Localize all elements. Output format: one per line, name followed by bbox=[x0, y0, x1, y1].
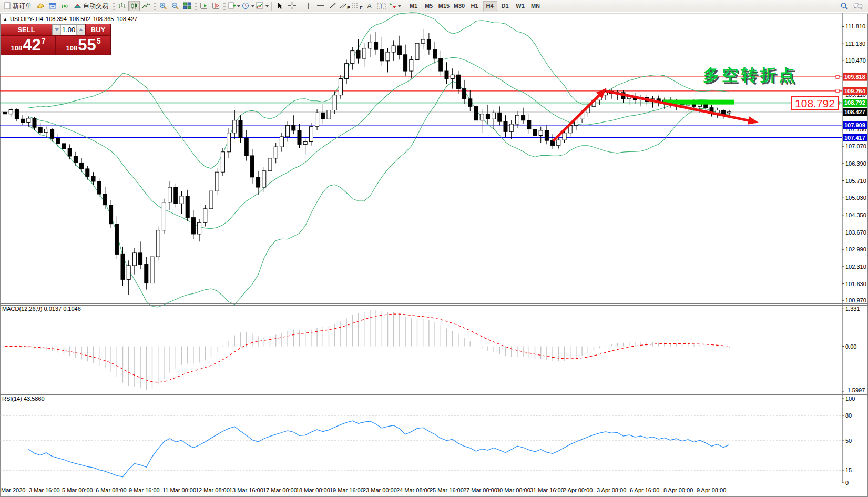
tab-timeframe-M30[interactable]: M30 bbox=[452, 1, 467, 11]
sell-button[interactable]: SELL bbox=[1, 24, 52, 35]
toolbar-separator bbox=[271, 2, 272, 11]
search-button[interactable] bbox=[839, 1, 850, 11]
new-chart-dropdown[interactable] bbox=[227, 1, 241, 11]
candle-body bbox=[244, 138, 248, 156]
candle-body bbox=[451, 75, 454, 78]
signals-button[interactable] bbox=[59, 1, 70, 11]
channel-tool-letter: E bbox=[347, 5, 350, 11]
price-badge-label: 108.427 bbox=[844, 109, 865, 115]
trendline-tool[interactable] bbox=[326, 1, 338, 11]
fibonacci-tool[interactable]: F bbox=[351, 1, 363, 11]
auto-scroll-button[interactable] bbox=[198, 1, 210, 11]
tab-timeframe-D1[interactable]: D1 bbox=[498, 1, 513, 11]
tab-timeframe-H4[interactable]: H4 bbox=[483, 1, 497, 11]
candle-body bbox=[150, 257, 154, 283]
chat-button[interactable] bbox=[852, 1, 864, 11]
indicators-dropdown[interactable] bbox=[256, 1, 269, 11]
tab-timeframe-M5[interactable]: M5 bbox=[422, 1, 436, 11]
zoom-in-icon bbox=[159, 2, 167, 10]
buy-price-pip: 5 bbox=[97, 37, 101, 45]
price-tick-label: 100.970 bbox=[845, 297, 866, 303]
trendline-icon bbox=[329, 2, 336, 9]
chart-shift-button[interactable] bbox=[210, 1, 222, 11]
zoom-in-button[interactable] bbox=[157, 1, 169, 11]
zoom-out-button[interactable] bbox=[169, 1, 181, 11]
buy-price[interactable]: 108 55 5 bbox=[56, 36, 110, 55]
candle-body bbox=[339, 78, 342, 95]
candle-body bbox=[132, 253, 136, 266]
vertical-line-tool[interactable] bbox=[302, 1, 314, 11]
shapes-dropdown[interactable] bbox=[388, 1, 402, 11]
toolbar-grip bbox=[223, 2, 226, 10]
candle-body bbox=[103, 194, 107, 205]
candle-body bbox=[327, 110, 331, 119]
time-axis-label: 9 Mar 16:00 bbox=[129, 487, 160, 493]
shapes-icon bbox=[389, 2, 396, 9]
price-tick-label: 103.670 bbox=[845, 229, 866, 236]
candle-body bbox=[563, 133, 566, 140]
time-axis-label: 2 Apr 00:00 bbox=[563, 487, 593, 493]
candle-body bbox=[62, 144, 66, 149]
sell-price[interactable]: 108 42 7 bbox=[1, 36, 55, 55]
text-tool[interactable]: A bbox=[364, 1, 375, 11]
candle-body bbox=[386, 52, 390, 61]
price-tick-label: 101.630 bbox=[845, 281, 866, 287]
tab-timeframe-M15[interactable]: M15 bbox=[437, 1, 452, 11]
new-order-button[interactable]: 新订单 bbox=[1, 1, 34, 11]
candle-body bbox=[351, 51, 354, 64]
line-chart-button[interactable] bbox=[140, 1, 152, 11]
candle-body bbox=[257, 177, 260, 187]
periods-dropdown[interactable] bbox=[241, 1, 255, 11]
tab-timeframe-W1[interactable]: W1 bbox=[513, 1, 528, 11]
candle-body bbox=[498, 113, 502, 121]
autotrading-toggle[interactable]: 自动交易 bbox=[71, 1, 111, 11]
candle-body bbox=[186, 196, 189, 218]
time-axis-label: 17 Mar 00:00 bbox=[263, 487, 297, 493]
label-tool[interactable]: T bbox=[376, 1, 387, 11]
time-axis-label: 9 Apr 08:00 bbox=[697, 487, 726, 493]
book-icon bbox=[36, 2, 45, 9]
buy-button[interactable]: BUY bbox=[86, 24, 110, 35]
price-badge-label: 108.792 bbox=[844, 99, 865, 106]
volume-decrease-button[interactable] bbox=[53, 25, 61, 35]
candle-body bbox=[209, 191, 213, 209]
candle-body bbox=[38, 127, 42, 133]
bar-chart-button[interactable] bbox=[116, 1, 128, 11]
tab-timeframe-H1[interactable]: H1 bbox=[467, 1, 482, 11]
price-tick-label: 105.710 bbox=[845, 178, 866, 184]
horizontal-line-tool[interactable] bbox=[314, 1, 326, 11]
highlight-zone[interactable] bbox=[663, 100, 734, 105]
volume-value[interactable]: 1.00 bbox=[61, 25, 76, 35]
tile-windows-button[interactable] bbox=[181, 1, 193, 11]
candle-body bbox=[309, 127, 313, 142]
candle-body bbox=[321, 113, 325, 119]
price-callout-box[interactable]: 108.792 bbox=[791, 96, 839, 110]
candle-body bbox=[557, 140, 560, 146]
time-axis-label: 12 Mar 08:00 bbox=[196, 487, 230, 493]
candle-body bbox=[410, 59, 413, 71]
rsi-indicator-label: RSI(14) 43.5860 bbox=[2, 395, 45, 402]
market-watch-button[interactable] bbox=[47, 1, 58, 11]
buy-price-big: 55 bbox=[78, 36, 96, 54]
candlestick-chart-button[interactable] bbox=[128, 1, 140, 11]
window-icon bbox=[48, 2, 57, 9]
chart-annotation-text[interactable]: 多空转折点 bbox=[703, 64, 798, 86]
candle-body bbox=[362, 48, 366, 58]
candle-body bbox=[456, 75, 460, 88]
candle-body bbox=[27, 118, 30, 123]
candle-body bbox=[262, 171, 266, 187]
candle-body bbox=[539, 130, 543, 136]
time-axis-label: 6 Apr 16:00 bbox=[630, 487, 659, 493]
crosshair-tool[interactable] bbox=[286, 1, 298, 11]
tab-timeframe-M1[interactable]: M1 bbox=[406, 1, 421, 11]
metaeditor-button[interactable] bbox=[35, 1, 46, 11]
candle-body bbox=[504, 121, 507, 131]
volume-increase-button[interactable] bbox=[76, 25, 85, 35]
candle-body bbox=[356, 51, 360, 58]
tab-timeframe-MN[interactable]: MN bbox=[528, 1, 543, 11]
channel-tool[interactable]: E bbox=[339, 1, 351, 11]
indicators-icon bbox=[256, 2, 264, 9]
cursor-tool[interactable] bbox=[274, 1, 285, 11]
price-tick-label: 111.810 bbox=[845, 23, 865, 29]
time-axis-label: 23 Mar 00:00 bbox=[363, 487, 397, 493]
